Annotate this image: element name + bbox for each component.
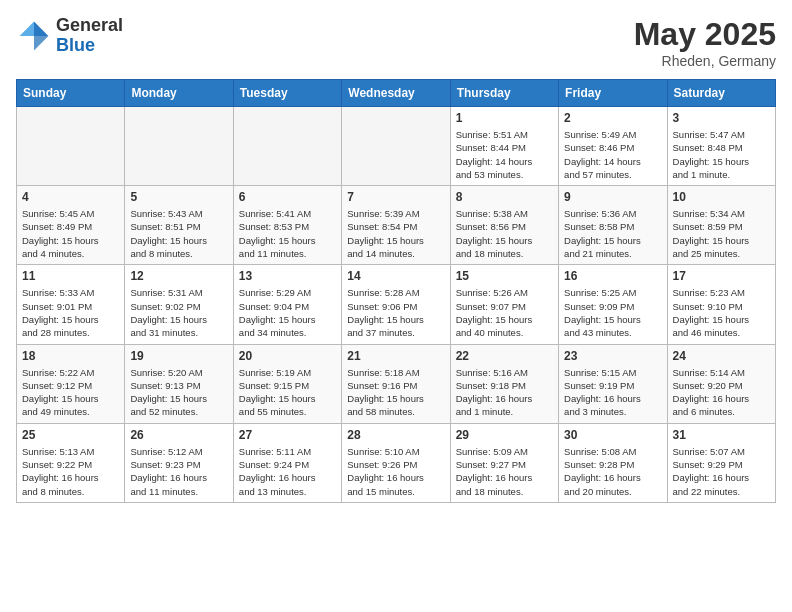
day-number: 20: [239, 349, 336, 363]
day-number: 19: [130, 349, 227, 363]
day-number: 29: [456, 428, 553, 442]
calendar-cell: 11Sunrise: 5:33 AM Sunset: 9:01 PM Dayli…: [17, 265, 125, 344]
calendar-cell: 30Sunrise: 5:08 AM Sunset: 9:28 PM Dayli…: [559, 423, 667, 502]
day-info: Sunrise: 5:12 AM Sunset: 9:23 PM Dayligh…: [130, 445, 227, 498]
calendar-cell: [233, 107, 341, 186]
day-info: Sunrise: 5:14 AM Sunset: 9:20 PM Dayligh…: [673, 366, 770, 419]
day-info: Sunrise: 5:33 AM Sunset: 9:01 PM Dayligh…: [22, 286, 119, 339]
location-text: Rheden, Germany: [634, 53, 776, 69]
calendar-week-row: 4Sunrise: 5:45 AM Sunset: 8:49 PM Daylig…: [17, 186, 776, 265]
day-info: Sunrise: 5:38 AM Sunset: 8:56 PM Dayligh…: [456, 207, 553, 260]
day-number: 24: [673, 349, 770, 363]
calendar-cell: 29Sunrise: 5:09 AM Sunset: 9:27 PM Dayli…: [450, 423, 558, 502]
day-number: 22: [456, 349, 553, 363]
day-info: Sunrise: 5:36 AM Sunset: 8:58 PM Dayligh…: [564, 207, 661, 260]
day-info: Sunrise: 5:18 AM Sunset: 9:16 PM Dayligh…: [347, 366, 444, 419]
weekday-header: Tuesday: [233, 80, 341, 107]
day-number: 4: [22, 190, 119, 204]
calendar-week-row: 1Sunrise: 5:51 AM Sunset: 8:44 PM Daylig…: [17, 107, 776, 186]
logo: General Blue: [16, 16, 123, 56]
day-info: Sunrise: 5:13 AM Sunset: 9:22 PM Dayligh…: [22, 445, 119, 498]
day-info: Sunrise: 5:49 AM Sunset: 8:46 PM Dayligh…: [564, 128, 661, 181]
day-info: Sunrise: 5:39 AM Sunset: 8:54 PM Dayligh…: [347, 207, 444, 260]
calendar-cell: 25Sunrise: 5:13 AM Sunset: 9:22 PM Dayli…: [17, 423, 125, 502]
day-info: Sunrise: 5:45 AM Sunset: 8:49 PM Dayligh…: [22, 207, 119, 260]
weekday-header: Monday: [125, 80, 233, 107]
day-number: 14: [347, 269, 444, 283]
calendar-cell: 22Sunrise: 5:16 AM Sunset: 9:18 PM Dayli…: [450, 344, 558, 423]
calendar-cell: 28Sunrise: 5:10 AM Sunset: 9:26 PM Dayli…: [342, 423, 450, 502]
logo-general-text: General: [56, 16, 123, 36]
calendar-cell: 19Sunrise: 5:20 AM Sunset: 9:13 PM Dayli…: [125, 344, 233, 423]
day-number: 21: [347, 349, 444, 363]
day-info: Sunrise: 5:47 AM Sunset: 8:48 PM Dayligh…: [673, 128, 770, 181]
svg-marker-0: [34, 21, 48, 35]
month-title: May 2025: [634, 16, 776, 53]
calendar-cell: 10Sunrise: 5:34 AM Sunset: 8:59 PM Dayli…: [667, 186, 775, 265]
day-number: 28: [347, 428, 444, 442]
calendar-cell: [342, 107, 450, 186]
day-info: Sunrise: 5:25 AM Sunset: 9:09 PM Dayligh…: [564, 286, 661, 339]
day-number: 27: [239, 428, 336, 442]
weekday-header: Friday: [559, 80, 667, 107]
calendar-cell: [17, 107, 125, 186]
day-number: 11: [22, 269, 119, 283]
day-number: 12: [130, 269, 227, 283]
calendar-cell: 27Sunrise: 5:11 AM Sunset: 9:24 PM Dayli…: [233, 423, 341, 502]
calendar-cell: 4Sunrise: 5:45 AM Sunset: 8:49 PM Daylig…: [17, 186, 125, 265]
day-number: 2: [564, 111, 661, 125]
logo-icon: [16, 18, 52, 54]
page-header: General Blue May 2025 Rheden, Germany: [16, 16, 776, 69]
svg-marker-2: [20, 21, 34, 35]
day-info: Sunrise: 5:07 AM Sunset: 9:29 PM Dayligh…: [673, 445, 770, 498]
day-number: 25: [22, 428, 119, 442]
day-info: Sunrise: 5:10 AM Sunset: 9:26 PM Dayligh…: [347, 445, 444, 498]
calendar-cell: 9Sunrise: 5:36 AM Sunset: 8:58 PM Daylig…: [559, 186, 667, 265]
calendar-cell: 3Sunrise: 5:47 AM Sunset: 8:48 PM Daylig…: [667, 107, 775, 186]
day-info: Sunrise: 5:11 AM Sunset: 9:24 PM Dayligh…: [239, 445, 336, 498]
day-info: Sunrise: 5:26 AM Sunset: 9:07 PM Dayligh…: [456, 286, 553, 339]
day-number: 30: [564, 428, 661, 442]
weekday-header: Thursday: [450, 80, 558, 107]
day-number: 31: [673, 428, 770, 442]
day-number: 18: [22, 349, 119, 363]
calendar-cell: 31Sunrise: 5:07 AM Sunset: 9:29 PM Dayli…: [667, 423, 775, 502]
day-number: 16: [564, 269, 661, 283]
calendar-cell: 2Sunrise: 5:49 AM Sunset: 8:46 PM Daylig…: [559, 107, 667, 186]
calendar-cell: 8Sunrise: 5:38 AM Sunset: 8:56 PM Daylig…: [450, 186, 558, 265]
day-info: Sunrise: 5:22 AM Sunset: 9:12 PM Dayligh…: [22, 366, 119, 419]
logo-blue-text: Blue: [56, 36, 123, 56]
day-info: Sunrise: 5:08 AM Sunset: 9:28 PM Dayligh…: [564, 445, 661, 498]
calendar-cell: 6Sunrise: 5:41 AM Sunset: 8:53 PM Daylig…: [233, 186, 341, 265]
day-info: Sunrise: 5:20 AM Sunset: 9:13 PM Dayligh…: [130, 366, 227, 419]
day-info: Sunrise: 5:23 AM Sunset: 9:10 PM Dayligh…: [673, 286, 770, 339]
weekday-header: Sunday: [17, 80, 125, 107]
calendar-cell: 13Sunrise: 5:29 AM Sunset: 9:04 PM Dayli…: [233, 265, 341, 344]
day-number: 1: [456, 111, 553, 125]
day-info: Sunrise: 5:16 AM Sunset: 9:18 PM Dayligh…: [456, 366, 553, 419]
weekday-header-row: SundayMondayTuesdayWednesdayThursdayFrid…: [17, 80, 776, 107]
day-number: 13: [239, 269, 336, 283]
calendar-cell: [125, 107, 233, 186]
day-info: Sunrise: 5:28 AM Sunset: 9:06 PM Dayligh…: [347, 286, 444, 339]
calendar-cell: 20Sunrise: 5:19 AM Sunset: 9:15 PM Dayli…: [233, 344, 341, 423]
day-info: Sunrise: 5:15 AM Sunset: 9:19 PM Dayligh…: [564, 366, 661, 419]
weekday-header: Saturday: [667, 80, 775, 107]
day-number: 23: [564, 349, 661, 363]
day-info: Sunrise: 5:19 AM Sunset: 9:15 PM Dayligh…: [239, 366, 336, 419]
day-info: Sunrise: 5:09 AM Sunset: 9:27 PM Dayligh…: [456, 445, 553, 498]
day-number: 5: [130, 190, 227, 204]
day-info: Sunrise: 5:31 AM Sunset: 9:02 PM Dayligh…: [130, 286, 227, 339]
calendar-week-row: 11Sunrise: 5:33 AM Sunset: 9:01 PM Dayli…: [17, 265, 776, 344]
weekday-header: Wednesday: [342, 80, 450, 107]
calendar-cell: 18Sunrise: 5:22 AM Sunset: 9:12 PM Dayli…: [17, 344, 125, 423]
day-number: 10: [673, 190, 770, 204]
calendar-cell: 21Sunrise: 5:18 AM Sunset: 9:16 PM Dayli…: [342, 344, 450, 423]
calendar-cell: 23Sunrise: 5:15 AM Sunset: 9:19 PM Dayli…: [559, 344, 667, 423]
day-info: Sunrise: 5:41 AM Sunset: 8:53 PM Dayligh…: [239, 207, 336, 260]
title-block: May 2025 Rheden, Germany: [634, 16, 776, 69]
calendar-cell: 14Sunrise: 5:28 AM Sunset: 9:06 PM Dayli…: [342, 265, 450, 344]
day-number: 15: [456, 269, 553, 283]
day-number: 17: [673, 269, 770, 283]
day-info: Sunrise: 5:51 AM Sunset: 8:44 PM Dayligh…: [456, 128, 553, 181]
